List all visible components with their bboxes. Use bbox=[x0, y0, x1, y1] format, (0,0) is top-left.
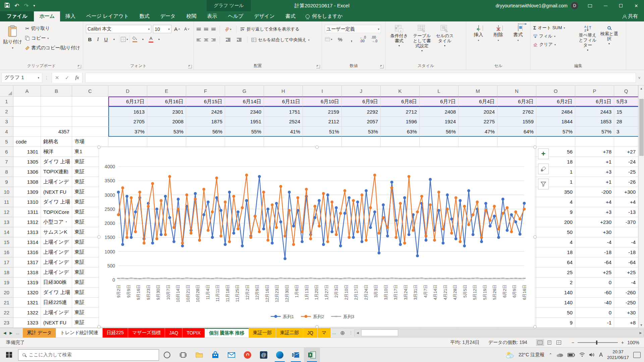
cell-B11[interactable]: ダイワ 上場 bbox=[41, 197, 72, 207]
close-button[interactable]: ✕ bbox=[629, 0, 644, 11]
name-box[interactable]: グラフ 1▾ bbox=[1, 73, 42, 83]
orientation-icon[interactable]: ab▾ bbox=[224, 25, 232, 33]
row-header-12[interactable]: 12 bbox=[0, 207, 13, 217]
tab-表示[interactable]: 表示 bbox=[202, 11, 222, 21]
cell-P2[interactable]: 2443 bbox=[575, 107, 614, 117]
cell-O19[interactable]: 2 bbox=[536, 278, 575, 288]
decrease-indent-icon[interactable] bbox=[224, 36, 232, 44]
row-header-7[interactable]: 7 bbox=[0, 157, 13, 167]
percent-style-icon[interactable]: % bbox=[336, 35, 344, 43]
cell-G3[interactable]: 1951 bbox=[225, 117, 264, 127]
column-header-K[interactable]: K bbox=[381, 85, 420, 97]
row-header-15[interactable]: 15 bbox=[0, 237, 13, 247]
cell-B7[interactable]: ダイワ 上場 bbox=[41, 157, 72, 167]
increase-decimal-icon[interactable]: ←.0.00 bbox=[359, 35, 367, 43]
cell-G1[interactable]: 6月14日 bbox=[225, 97, 264, 107]
cell-P9[interactable]: +1 bbox=[575, 177, 614, 187]
save-icon[interactable] bbox=[5, 3, 10, 9]
cell-Q16[interactable]: -18 bbox=[614, 247, 638, 257]
format-cells-button[interactable]: 書式▾ bbox=[508, 23, 528, 62]
chart-filter-button[interactable] bbox=[538, 179, 549, 189]
restore-button[interactable] bbox=[613, 0, 629, 11]
column-header-P[interactable]: P bbox=[575, 85, 614, 97]
column-header-E[interactable]: E bbox=[147, 85, 186, 97]
cell-H3[interactable]: 2524 bbox=[264, 117, 303, 127]
cell-P8[interactable]: +3 bbox=[575, 167, 614, 177]
underline-dropdown-icon[interactable]: ▾ bbox=[110, 35, 118, 43]
row-header-13[interactable]: 13 bbox=[0, 217, 13, 227]
column-header-O[interactable]: O bbox=[536, 85, 575, 97]
cell-E2[interactable]: 2301 bbox=[147, 107, 186, 117]
cell-A6[interactable]: 1301 bbox=[13, 147, 41, 157]
store-icon[interactable] bbox=[207, 348, 223, 362]
cell-H2[interactable]: 1751 bbox=[264, 107, 303, 117]
cell-P19[interactable]: 0 bbox=[575, 278, 614, 288]
sheet-tab-累計データ[interactable]: 累計 データ bbox=[23, 328, 56, 338]
cell-D4[interactable]: 37% bbox=[108, 127, 147, 137]
cell-I3[interactable]: 2112 bbox=[303, 117, 342, 127]
cell-A5[interactable]: code bbox=[13, 137, 41, 147]
cell-I1[interactable]: 6月10日 bbox=[303, 97, 342, 107]
cell-A15[interactable]: 1314 bbox=[13, 237, 41, 247]
row-header-17[interactable]: 17 bbox=[0, 257, 13, 267]
chart-selection-handle[interactable] bbox=[315, 145, 319, 149]
cell-A10[interactable]: 1309 bbox=[13, 187, 41, 197]
cell-Q4[interactable]: 3 bbox=[614, 127, 638, 137]
cell-A7[interactable]: 1305 bbox=[13, 157, 41, 167]
cell-F4[interactable]: 56% bbox=[186, 127, 225, 137]
copy-button[interactable]: コピー▾ bbox=[25, 34, 80, 43]
alignment-dialog-launcher[interactable] bbox=[316, 65, 320, 68]
conditional-formatting-button[interactable]: ≠ 条件付き書式▾ bbox=[388, 23, 410, 62]
cell-Q10[interactable]: +300 bbox=[614, 187, 638, 197]
page-break-view-icon[interactable] bbox=[555, 339, 563, 346]
cell-A16[interactable]: 1316 bbox=[13, 247, 41, 257]
cell-O4[interactable]: 57% bbox=[536, 127, 575, 137]
column-header-I[interactable]: I bbox=[303, 85, 342, 97]
cell-B5[interactable]: 銘柄名 bbox=[41, 137, 72, 147]
undo-icon[interactable]: ↶ bbox=[14, 3, 19, 9]
format-painter-button[interactable]: 書式のコピー/貼り付け bbox=[25, 44, 80, 52]
column-header-N[interactable]: N bbox=[497, 85, 536, 97]
cell-Q9[interactable]: -26 bbox=[614, 177, 638, 187]
cell-Q21[interactable]: -250 bbox=[614, 298, 638, 308]
hscroll-left-icon[interactable]: ◀ bbox=[355, 331, 361, 335]
cell-C2[interactable] bbox=[72, 107, 108, 117]
cell-B14[interactable]: サムスンK bbox=[41, 227, 72, 237]
zoom-in-icon[interactable]: + bbox=[621, 340, 624, 345]
cell-P7[interactable]: +1 bbox=[575, 157, 614, 167]
cell-O1[interactable]: 6月2日 bbox=[536, 97, 575, 107]
cell-A23[interactable]: 1323 bbox=[13, 318, 41, 328]
row-header-22[interactable]: 22 bbox=[0, 308, 13, 318]
cell-B2[interactable] bbox=[41, 107, 72, 117]
merge-center-button[interactable]: セルを結合して中央揃え▾ bbox=[252, 36, 310, 44]
cell-K3[interactable]: 1596 bbox=[381, 117, 420, 127]
cell-P10[interactable]: -200 bbox=[575, 187, 614, 197]
sheet-tab-JAQ[interactable]: JAQ bbox=[165, 328, 182, 338]
tab-書式[interactable]: 書式 bbox=[280, 11, 301, 21]
font-size-combo[interactable]: 10▾ bbox=[153, 25, 171, 33]
cell-P20[interactable]: -60 bbox=[575, 288, 614, 298]
find-select-button[interactable]: 検索と選択▾ bbox=[598, 23, 620, 62]
column-header-B[interactable]: B bbox=[41, 85, 72, 97]
cell-O3[interactable]: 1844 bbox=[536, 117, 575, 127]
cell-J4[interactable]: 53% bbox=[342, 127, 381, 137]
share-button[interactable]: 共有 bbox=[616, 13, 644, 21]
font-color-icon[interactable]: A bbox=[147, 35, 155, 43]
customize-qat-icon[interactable]: ▾ bbox=[34, 4, 35, 7]
row-header-5[interactable]: 5 bbox=[0, 137, 13, 147]
tab-ヘルプ[interactable]: ヘルプ bbox=[222, 11, 249, 21]
cell-M4[interactable]: 47% bbox=[459, 127, 497, 137]
cell-E4[interactable]: 53% bbox=[147, 127, 186, 137]
cell-G2[interactable]: 2340 bbox=[225, 107, 264, 117]
cell-Q12[interactable]: -13 bbox=[614, 207, 638, 217]
cell-Q18[interactable]: +25 bbox=[614, 267, 638, 278]
comma-style-icon[interactable]: , bbox=[347, 35, 356, 43]
sheet-tab-マ[interactable]: マ bbox=[318, 328, 331, 338]
cell-B4[interactable]: 4357 bbox=[41, 127, 72, 137]
redo-icon[interactable]: ↷ bbox=[24, 3, 29, 9]
cell-M5[interactable] bbox=[459, 137, 497, 147]
cell-B21[interactable]: 日経225連 bbox=[41, 298, 72, 308]
taskbar-clock[interactable]: 20:372021/06/17 bbox=[607, 349, 629, 360]
cell-I4[interactable]: 51% bbox=[303, 127, 342, 137]
increase-indent-icon[interactable] bbox=[235, 36, 243, 44]
